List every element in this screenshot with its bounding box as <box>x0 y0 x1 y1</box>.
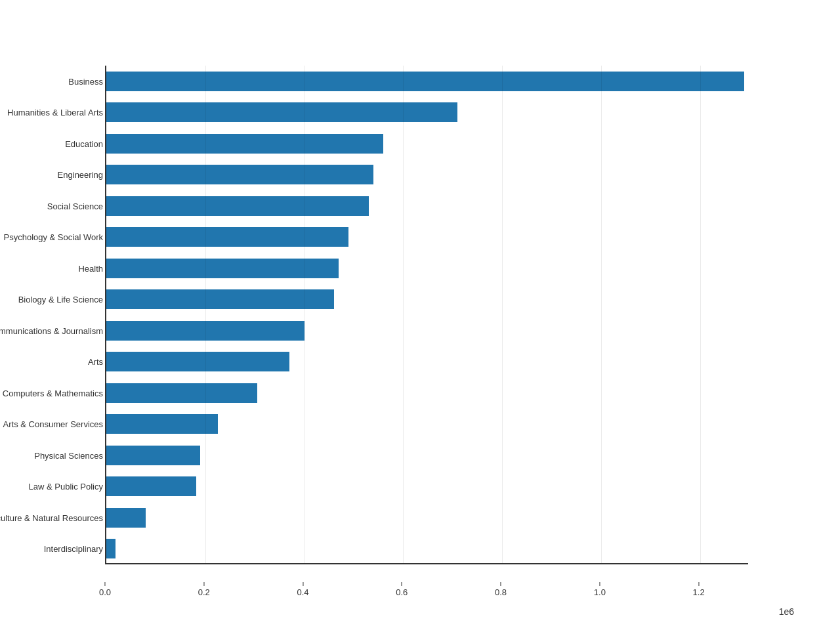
bar <box>106 508 146 528</box>
x-tick: 0.8 <box>495 587 507 597</box>
bar-row: Social Science <box>106 196 748 216</box>
x-tick: 0.0 <box>99 587 111 597</box>
bar-row: Agriculture & Natural Resources <box>106 508 748 528</box>
y-axis-label: Health <box>78 264 103 274</box>
bar <box>106 289 334 309</box>
x-tick: 0.6 <box>396 587 408 597</box>
bar-row: Arts <box>106 352 748 371</box>
y-axis-label: Arts <box>88 357 103 367</box>
y-axis-label: Biology & Life Science <box>18 295 103 304</box>
scale-label: 1e6 <box>779 606 794 617</box>
bar-row: Health <box>106 259 748 278</box>
bar <box>106 72 744 91</box>
x-tick: 1.2 <box>693 587 705 597</box>
bar-row: Physical Sciences <box>106 446 748 465</box>
y-axis-label: Social Science <box>47 201 103 211</box>
y-axis-label: Law & Public Policy <box>29 482 103 492</box>
gridline <box>304 66 305 563</box>
bar <box>106 102 457 122</box>
bar-row: Education <box>106 134 748 154</box>
bar-row: Computers & Mathematics <box>106 383 748 403</box>
bar-row: Biology & Life Science <box>106 289 748 309</box>
bar-row: Interdisciplinary <box>106 539 748 558</box>
chart-container: BusinessHumanities & Liberal ArtsEducati… <box>0 0 840 630</box>
bar-row: Communications & Journalism <box>106 321 748 341</box>
y-axis-label: Arts & Consumer Services <box>3 419 103 429</box>
x-axis: 0.00.20.40.60.81.01.2 <box>105 578 748 597</box>
y-axis-label: Interdisciplinary <box>44 544 103 554</box>
gridline <box>502 66 503 563</box>
y-axis-label: Physical Sciences <box>34 451 103 461</box>
bar <box>106 134 383 154</box>
gridline <box>403 66 404 563</box>
bar-row: Engineering <box>106 165 748 184</box>
y-axis-label: Agriculture & Natural Resources <box>0 513 103 523</box>
y-axis-label: Communications & Journalism <box>0 326 103 336</box>
bar <box>106 352 289 371</box>
bar <box>106 476 196 496</box>
x-tick: 0.4 <box>297 587 308 597</box>
gridline <box>700 66 701 563</box>
gridline <box>601 66 602 563</box>
bar <box>106 383 257 403</box>
bar <box>106 539 116 558</box>
y-axis-label: Education <box>65 139 103 149</box>
bar <box>106 165 373 184</box>
bar <box>106 196 369 216</box>
y-axis-label: Engineering <box>58 170 103 180</box>
gridline <box>106 66 107 563</box>
bar <box>106 446 200 465</box>
bar-row: Business <box>106 72 748 91</box>
y-axis-label: Computers & Mathematics <box>3 388 103 398</box>
x-tick: 1.0 <box>594 587 606 597</box>
bar-row: Law & Public Policy <box>106 476 748 496</box>
gridline <box>205 66 206 563</box>
x-tick: 0.2 <box>198 587 210 597</box>
bar-row: Psychology & Social Work <box>106 227 748 247</box>
y-axis-label: Business <box>68 77 103 87</box>
y-axis-label: Psychology & Social Work <box>4 232 104 242</box>
chart-area: BusinessHumanities & Liberal ArtsEducati… <box>105 66 748 564</box>
bar-row: Humanities & Liberal Arts <box>106 102 748 122</box>
bar <box>106 414 218 434</box>
bar <box>106 227 348 247</box>
y-axis-label: Humanities & Liberal Arts <box>7 108 103 117</box>
bar-row: Arts & Consumer Services <box>106 414 748 434</box>
